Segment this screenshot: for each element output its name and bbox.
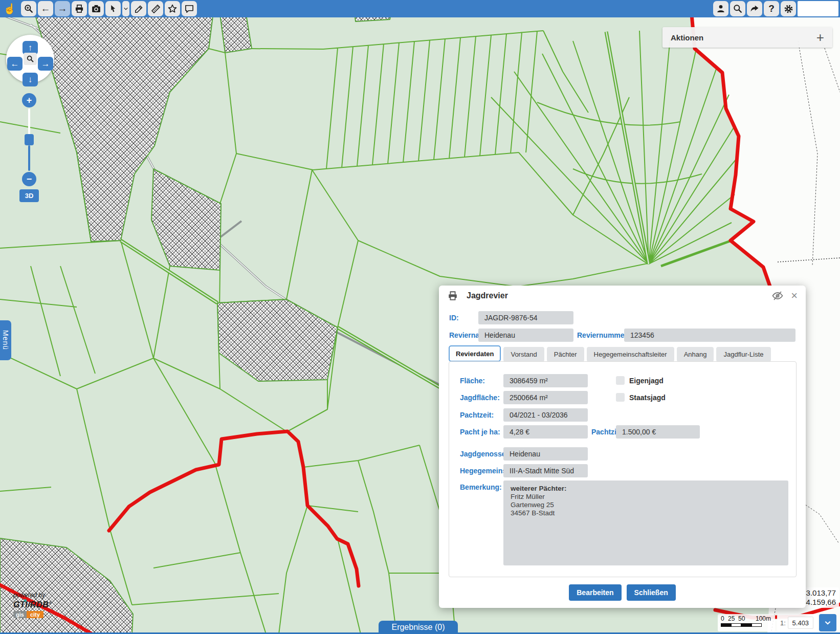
bemerkung-line: Gartenweg 25: [511, 501, 781, 509]
staatsjagd-label: Staatsjagd: [629, 391, 666, 404]
scale-dropdown-button[interactable]: [819, 614, 836, 631]
scalebar-label: 50: [738, 615, 745, 622]
pachtzins-field[interactable]: 1.500,00 €: [616, 425, 700, 439]
zoom-out-button[interactable]: −: [22, 172, 36, 186]
tab-paechter[interactable]: Pächter: [547, 347, 584, 362]
forward-button[interactable]: →: [55, 1, 70, 16]
revierdaten-panel: Fläche: 3086459 m² Eigenjagd Jagdfläche:…: [449, 361, 797, 577]
actions-panel: Aktionen +: [662, 27, 832, 48]
settings-button[interactable]: [781, 1, 796, 16]
powered-by-logo: powered by GTI/RDB® giscity: [13, 592, 52, 619]
scalebar-label: 100m: [756, 615, 771, 622]
tab-anhang[interactable]: Anhang: [677, 347, 714, 362]
zoom-box-button[interactable]: [21, 1, 36, 16]
threed-view-button[interactable]: 3D: [19, 189, 39, 202]
pencil-icon: [134, 4, 144, 14]
dialog-title: Jagdrevier: [467, 291, 508, 300]
pan-hand-icon[interactable]: ☝: [3, 1, 16, 16]
results-tab[interactable]: Ergebnisse (0): [379, 621, 458, 634]
staatsjagd-checkbox[interactable]: [616, 393, 625, 402]
pacht-je-ha-label: Pacht je ha:: [460, 425, 500, 439]
print-button[interactable]: [72, 1, 87, 16]
jagdgenossenschaft-field[interactable]: Heidenau: [503, 447, 588, 461]
pan-down-button[interactable]: ↓: [23, 73, 38, 86]
pan-center-zoom-button[interactable]: [24, 53, 37, 65]
reviernummer-label: Reviernummer:: [577, 329, 630, 342]
share-arrow-icon: [749, 4, 760, 14]
comment-button[interactable]: [182, 1, 197, 16]
jagdrevier-dialog: Jagdrevier × ID: JAGDR-9876-54 Reviernam…: [439, 286, 806, 608]
hide-dialog-button[interactable]: [771, 290, 784, 302]
select-tool-button[interactable]: [105, 1, 121, 16]
scale-input[interactable]: [788, 617, 813, 629]
close-dialog-button[interactable]: ×: [791, 291, 798, 300]
tab-vorstand[interactable]: Vorstand: [503, 347, 544, 362]
scalebar-label: 25: [728, 615, 735, 622]
pacht-je-ha-field[interactable]: 4,28 €: [503, 425, 588, 439]
flaeche-field[interactable]: 3086459 m²: [503, 374, 588, 387]
scale-prefix: 1:: [780, 619, 786, 627]
eye-slash-icon: [771, 290, 784, 302]
edit-button[interactable]: Bearbeiten: [569, 584, 621, 601]
brand-name: GTI/RDB®: [13, 600, 52, 609]
tab-jagdflur-liste[interactable]: Jagdflur-Liste: [716, 347, 770, 362]
id-label: ID:: [449, 311, 459, 324]
back-button[interactable]: ←: [38, 1, 53, 16]
star-icon: [167, 4, 178, 14]
bemerkung-line: weiterer Pächter:: [511, 485, 781, 493]
gis-city-badge: giscity: [13, 611, 43, 618]
jagdflaeche-field[interactable]: 2500664 m²: [503, 391, 588, 404]
chevron-down-icon: [824, 619, 831, 626]
menu-tab[interactable]: Menü: [0, 320, 11, 360]
reviernummer-field[interactable]: 123456: [624, 329, 795, 342]
eigenjagd-label: Eigenjagd: [629, 374, 664, 387]
printer-icon[interactable]: [447, 290, 458, 301]
zoom-slider-track[interactable]: [28, 108, 30, 136]
toolbar-search-input[interactable]: [798, 1, 838, 16]
bemerkung-field[interactable]: weiterer Pächter: Fritz Müller Gartenweg…: [503, 480, 788, 565]
camera-icon: [91, 4, 101, 14]
select-tool-expand-button[interactable]: [122, 1, 129, 16]
printer-icon: [74, 4, 84, 14]
results-tab-label: Ergebnisse (0): [391, 623, 445, 632]
close-button[interactable]: Schließen: [627, 584, 676, 601]
search-button[interactable]: [730, 1, 745, 16]
user-icon: [716, 4, 726, 14]
magnifier-icon: [26, 55, 34, 63]
zoom-in-button[interactable]: +: [22, 93, 36, 107]
hegegemeinschaft-field[interactable]: III-A-Stadt Mitte Süd: [503, 464, 588, 477]
menu-tab-label: Menü: [2, 330, 10, 350]
pan-right-button[interactable]: →: [38, 57, 53, 71]
measure-button[interactable]: [148, 1, 163, 16]
bemerkung-label: Bemerkung:: [460, 480, 502, 494]
share-button[interactable]: [747, 1, 762, 16]
user-button[interactable]: [713, 1, 728, 16]
actions-add-button[interactable]: +: [816, 32, 824, 42]
eigenjagd-checkbox[interactable]: [616, 376, 625, 385]
screenshot-button[interactable]: [89, 1, 104, 16]
reviername-field[interactable]: Heidenau: [478, 329, 573, 342]
tab-revierdaten[interactable]: Revierdaten: [449, 345, 501, 362]
pachtzeit-field[interactable]: 04/2021 - 03/2036: [503, 408, 588, 422]
zoom-slider-track-lower[interactable]: [28, 145, 30, 171]
actions-panel-title: Aktionen: [671, 33, 703, 42]
bemerkung-line: Fritz Müller: [511, 493, 781, 501]
pan-control: ↑ ← → ↓: [6, 35, 54, 83]
pan-left-button[interactable]: ←: [7, 57, 23, 71]
scalebar-label: 0: [721, 615, 724, 622]
scale-selector: 1:: [777, 614, 817, 631]
cursor-arrow-icon: [108, 4, 118, 13]
bemerkung-line: 34567 B-Stadt: [511, 509, 781, 517]
dialog-tabs: Revierdaten Vorstand Pächter Hegegemeins…: [449, 345, 771, 362]
favorites-button[interactable]: [165, 1, 180, 16]
flaeche-label: Fläche:: [460, 374, 485, 387]
id-field[interactable]: JAGDR-9876-54: [478, 311, 573, 324]
draw-button[interactable]: [131, 1, 146, 16]
jagdflaeche-label: Jagdfläche:: [460, 391, 500, 404]
tab-hegegemeinschaftsleiter[interactable]: Hegegemeinschaftsleiter: [587, 347, 674, 362]
scalebar: 0 25 50 100m: [718, 614, 775, 631]
help-button[interactable]: ?: [764, 1, 779, 16]
search-icon: [733, 4, 743, 14]
top-toolbar: ☝ ← →: [0, 0, 840, 17]
zoom-slider-thumb[interactable]: [25, 134, 34, 145]
